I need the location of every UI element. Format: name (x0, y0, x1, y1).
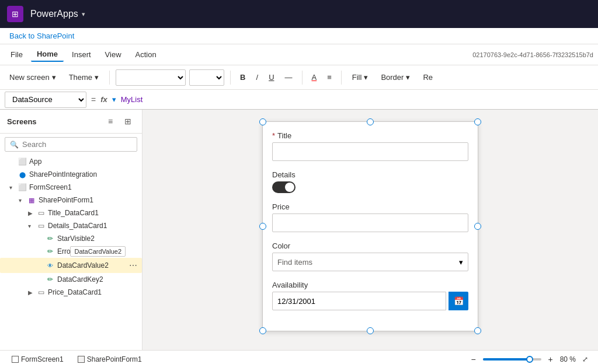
price-input[interactable] (272, 214, 468, 232)
tree-item-sharepoint-form[interactable]: ▾ ▦ SharePointForm1 (0, 194, 142, 206)
color-dropdown[interactable]: Find items ▾ (272, 253, 468, 271)
title-input[interactable] (272, 142, 468, 161)
menu-view[interactable]: View (99, 48, 127, 61)
app-grid-icon[interactable]: ⊞ (7, 6, 23, 22)
datacardvalue-icon: 👁 (46, 261, 55, 270)
align-button[interactable]: ≡ (324, 71, 335, 84)
zoom-controls: − + 80 % ⤢ (468, 354, 591, 365)
tree-chevron-sp-form: ▾ (19, 197, 27, 204)
formula-eq-symbol: = (91, 95, 96, 104)
size-dropdown[interactable] (189, 69, 224, 86)
color-form-field: Color Find items ▾ (272, 242, 468, 271)
details-label: Details (272, 170, 468, 179)
details-toggle-container (272, 181, 468, 193)
handle-top[interactable] (367, 118, 374, 125)
availability-label: Availability (272, 281, 468, 289)
menu-home[interactable]: Home (31, 47, 64, 62)
tree-item-app[interactable]: ⬜ App (0, 155, 142, 168)
formula-property-dropdown[interactable]: DataSource (5, 92, 86, 108)
sp-form-icon: ▦ (27, 195, 36, 205)
details-card-icon: ▭ (36, 221, 46, 230)
three-dot-menu[interactable]: ⋯ (127, 260, 140, 271)
handle-left[interactable] (259, 223, 266, 230)
font-color-button[interactable]: A (308, 71, 321, 84)
tree-item-details-card[interactable]: ▾ ▭ Details_DataCard1 (0, 219, 142, 232)
handle-bottom[interactable] (367, 327, 374, 334)
toolbar-divider-1 (109, 71, 110, 85)
title-card-icon: ▭ (36, 208, 46, 218)
handle-tr[interactable] (474, 118, 481, 125)
bold-button[interactable]: B (237, 71, 249, 84)
calendar-button[interactable]: 📅 (448, 292, 468, 310)
strikethrough-button[interactable]: — (281, 71, 296, 84)
tree-item-datacardkey2[interactable]: ✏ DataCardKey2 (0, 273, 142, 286)
toolbar: New screen ▾ Theme ▾ B / U — A ≡ Fill ▾ … (0, 65, 598, 90)
underline-button[interactable]: U (265, 71, 277, 84)
zoom-value: 80 % (560, 355, 576, 363)
form-screen-tab[interactable]: FormScreen1 (7, 354, 68, 365)
date-field-container: 📅 (272, 292, 468, 310)
menu-insert[interactable]: Insert (66, 48, 97, 61)
color-label: Color (272, 242, 468, 250)
theme-button[interactable]: Theme ▾ (64, 71, 103, 84)
form-screen-tab-icon (12, 356, 19, 363)
tree-item-datacardvalue2[interactable]: 👁 DataCardValue2 ⋯ (0, 258, 142, 273)
expand-button[interactable]: ⤢ (579, 354, 591, 365)
list-view-button[interactable]: ≡ (103, 114, 117, 128)
reorder-button[interactable]: Re (418, 71, 437, 84)
font-dropdown[interactable] (116, 69, 186, 86)
formula-bar: DataSource = fx ▾ MyList (0, 90, 598, 110)
app-title-chevron[interactable]: ▾ (82, 10, 85, 18)
zoom-plus-button[interactable]: + (545, 354, 557, 365)
bottom-bar: FormScreen1 SharePointForm1 − + 80 % ⤢ (0, 350, 598, 364)
toolbar-divider-3 (302, 71, 303, 85)
sidebar-header: Screens ≡ ⊞ (0, 110, 142, 134)
zoom-minus-button[interactable]: − (468, 354, 479, 365)
zoom-slider-fill (483, 358, 530, 360)
border-button[interactable]: Border ▾ (376, 71, 415, 84)
zoom-slider-thumb[interactable] (526, 356, 533, 363)
fill-button[interactable]: Fill ▾ (347, 71, 373, 84)
sp-icon: ⬤ (18, 170, 27, 179)
title-form-field: * Title (272, 131, 468, 161)
sharepoint-form-tab[interactable]: SharePointForm1 (73, 354, 147, 365)
tree-item-sharepoint-integration[interactable]: ⬤ SharePointIntegration (0, 168, 142, 181)
menu-file[interactable]: File (5, 48, 29, 61)
handle-bl[interactable] (259, 327, 266, 334)
tree-item-error-msg[interactable]: ✏ ErrorM DataCardValue2 (0, 245, 142, 258)
date-input[interactable] (272, 292, 446, 310)
menu-bar: File Home Insert View Action 02170763-9e… (0, 44, 598, 65)
menu-action[interactable]: Action (130, 48, 162, 61)
tree-item-price-card[interactable]: ▶ ▭ Price_DataCard1 (0, 286, 142, 299)
search-box: 🔍 (5, 137, 137, 152)
details-toggle[interactable] (272, 181, 295, 193)
tree-container: ⬜ App ⬤ SharePointIntegration ▾ ⬜ FormSc… (0, 155, 142, 350)
breadcrumb-bar: Back to SharePoint (0, 28, 598, 44)
sp-form-tab-icon (78, 356, 85, 363)
new-screen-button[interactable]: New screen ▾ (5, 71, 61, 84)
tree-item-form-screen[interactable]: ▾ ⬜ FormScreen1 (0, 181, 142, 194)
zoom-slider[interactable] (483, 358, 541, 360)
handle-right[interactable] (474, 223, 481, 230)
tree-chevron-form-screen: ▾ (9, 184, 18, 191)
search-input[interactable] (22, 140, 132, 149)
breadcrumb-link[interactable]: Back to SharePoint (9, 32, 74, 40)
tree-item-star-visible[interactable]: ✏ StarVisible2 (0, 232, 142, 245)
error-msg-icon: ✏ (46, 247, 55, 256)
grid-view-button[interactable]: ⊞ (121, 114, 135, 128)
phone-frame: * Title Details Price (262, 121, 478, 331)
tree-chevron-title-card: ▶ (28, 210, 36, 216)
top-bar: ⊞ PowerApps ▾ (0, 0, 598, 28)
handle-br[interactable] (474, 327, 481, 334)
star-visible-icon: ✏ (46, 234, 55, 243)
toolbar-divider-2 (230, 71, 231, 85)
fx-label: fx (100, 95, 107, 104)
session-id: 02170763-9e2c-4d71-8656-7f3232515b7d (472, 51, 593, 58)
details-form-field: Details (272, 170, 468, 193)
handle-tl[interactable] (259, 118, 266, 125)
formula-value[interactable]: MyList (121, 95, 143, 104)
tree-item-title-card[interactable]: ▶ ▭ Title_DataCard1 (0, 206, 142, 219)
sidebar-header-icons: ≡ ⊞ (103, 114, 135, 128)
italic-button[interactable]: / (253, 71, 262, 84)
canvas-area: * Title Details Price (142, 110, 598, 350)
